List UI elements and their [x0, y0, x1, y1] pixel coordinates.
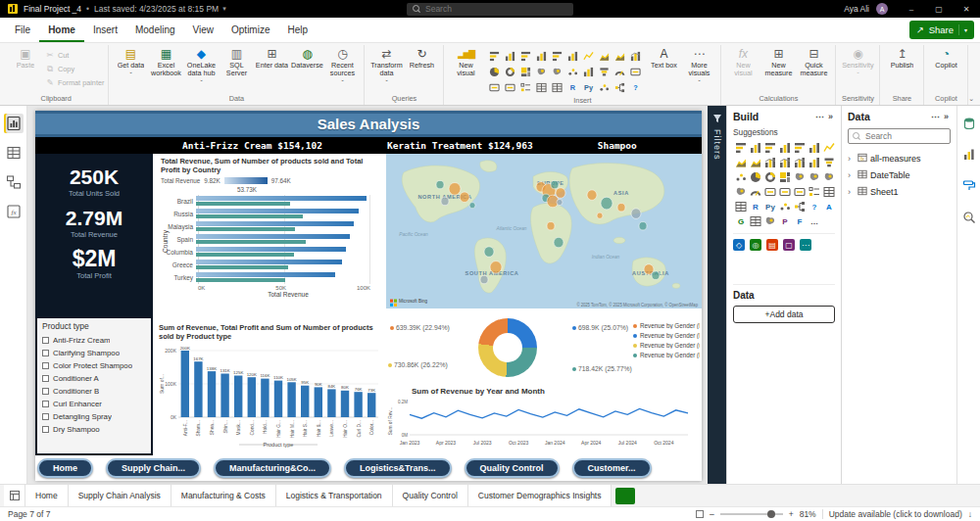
ribbon-button-onelake-data-hub[interactable]: ◆OneLake data hub⌄ [183, 45, 219, 82]
ribbon-chart-icon[interactable] [792, 155, 807, 169]
decomposition-tree-icon[interactable] [792, 199, 807, 213]
ribbon-button-publish[interactable]: ↥Publish [884, 45, 919, 70]
matrix-icon[interactable] [733, 199, 748, 213]
map-bubble[interactable] [551, 180, 559, 188]
dashboard-nav-quality-control[interactable]: Quality Control [465, 458, 560, 478]
menu-file[interactable]: File [6, 18, 39, 42]
ribbon-button-copilot[interactable]: ◔Copilot [928, 45, 963, 70]
map-bubble[interactable] [460, 192, 469, 203]
build-more-icon[interactable]: ⋯ [813, 112, 826, 121]
map-bubble[interactable] [639, 222, 647, 230]
power-apps-icon[interactable]: ▢ [783, 239, 795, 251]
product-bar[interactable] [274, 381, 282, 417]
scatter-chart-icon[interactable] [564, 64, 580, 79]
map-icon[interactable] [533, 64, 549, 79]
product-bar[interactable] [315, 387, 322, 417]
page-tab-customer-demographics-insights[interactable]: Customer Demographics Insights [468, 485, 612, 506]
report-canvas[interactable]: Sales Analysis Anti-Frizz Cream $154,102… [27, 106, 708, 484]
map-bubble[interactable] [601, 197, 612, 210]
dashboard-nav-home[interactable]: Home [37, 458, 93, 478]
treemap-icon[interactable] [517, 64, 533, 79]
data-search-input[interactable] [865, 131, 944, 141]
stacked-column-chart-icon[interactable] [502, 48, 517, 64]
clustered-bar-chart-icon[interactable] [517, 48, 533, 64]
ribbon-button-recent-sources[interactable]: ◷Recent sources⌄ [324, 45, 360, 82]
stacked-bar-chart-icon[interactable] [486, 48, 502, 64]
product-bar[interactable] [368, 393, 375, 417]
slicer-item-dry-shampoo[interactable]: Dry Shampoo [42, 423, 146, 436]
table-icon[interactable] [533, 79, 549, 95]
data-more-icon[interactable]: ⋯ [929, 112, 942, 121]
data-pane-toggle-icon[interactable] [959, 114, 979, 133]
decomposition-tree-icon[interactable] [612, 79, 627, 95]
line-and-clustered-column-chart-icon[interactable] [777, 155, 792, 169]
products-column-chart[interactable]: Sum of Revenue, Total Profit and Sum of … [155, 320, 384, 451]
product-bar[interactable] [287, 382, 295, 417]
page-tab-manufacturing-costs[interactable]: Manufacturing & Costs [172, 485, 276, 506]
metrics-icon[interactable]: G [733, 213, 748, 228]
scatter-chart-icon[interactable] [733, 169, 748, 184]
menu-optimize[interactable]: Optimize [222, 18, 278, 42]
zoom-out-button[interactable]: – [710, 509, 714, 519]
pie-chart-icon[interactable] [486, 64, 502, 79]
country-row-malaysia[interactable]: Malaysia [161, 220, 370, 233]
line-and-column-chart-icon[interactable] [627, 48, 643, 64]
key-influencers-icon[interactable] [777, 199, 792, 213]
ribbon-button-transform-data[interactable]: ⇄Transform data⌄ [368, 45, 404, 82]
close-button[interactable]: ✕ [953, 0, 980, 18]
dashboard-nav-supply-chain[interactable]: Supply Chain... [106, 458, 201, 478]
dashboard-nav-manufacturing-co[interactable]: Manufacturing&Co... [214, 458, 331, 478]
report-view-icon[interactable] [4, 114, 24, 133]
azure-map-icon[interactable] [733, 184, 748, 199]
treemap-icon[interactable] [777, 169, 792, 184]
ribbon-collapse-icon[interactable]: ⌄ [968, 95, 974, 103]
ribbon-button-get-data[interactable]: ▤Get data⌄ [113, 45, 148, 74]
product-bar[interactable] [301, 386, 309, 417]
dax-query-view-icon[interactable]: fx [4, 202, 24, 221]
table-icon[interactable] [821, 184, 836, 199]
data-collapse-icon[interactable]: » [942, 112, 951, 121]
map-visual[interactable]: NORTH AMERICASOUTH AMERICAEUROPEASIAAUST… [386, 154, 702, 308]
dashboard-nav-customer[interactable]: Customer... [572, 458, 652, 478]
global-search[interactable] [407, 3, 573, 16]
add-data-button[interactable]: +Add data [733, 306, 835, 323]
100-stacked-column-chart-icon[interactable] [807, 140, 821, 155]
gauge-icon[interactable] [612, 64, 627, 79]
map-bubble[interactable] [436, 180, 444, 188]
arcgis-map-icon[interactable] [762, 213, 777, 228]
slicer-item-detangling-spray[interactable]: Detangling Spray [42, 410, 146, 423]
slicer-icon[interactable] [517, 79, 533, 95]
ribbon-button-excel-workbook[interactable]: ▦Excel workbook [148, 45, 183, 77]
zoom-in-button[interactable]: + [789, 509, 794, 519]
line-chart-icon[interactable] [580, 48, 596, 64]
minimize-button[interactable]: – [898, 0, 925, 18]
maximize-button[interactable]: ▢ [925, 0, 953, 18]
update-available-link[interactable]: Update available (click to download) [829, 509, 962, 519]
paginated-report-icon[interactable]: ▤ [766, 239, 778, 251]
revenue-line-chart[interactable]: Sum of Revenue by Year and Month 0M0.2MJ… [386, 385, 702, 451]
menu-view[interactable]: View [184, 18, 223, 42]
map-bubble[interactable] [484, 247, 494, 258]
area-chart-icon[interactable] [733, 155, 748, 169]
page-tab-home[interactable]: Home [25, 485, 69, 506]
menu-insert[interactable]: Insert [84, 18, 126, 42]
map-bubble[interactable] [631, 209, 641, 219]
r-script-visual-icon[interactable]: R [748, 199, 762, 213]
map-bubble[interactable] [652, 271, 660, 279]
more-visuals-icon[interactable]: … [807, 213, 821, 228]
build-collapse-icon[interactable]: » [826, 112, 835, 121]
map-bubble[interactable] [557, 199, 563, 205]
multi-row-card-icon[interactable] [486, 79, 502, 95]
clustered-column-chart-icon[interactable] [777, 140, 792, 155]
country-bar-chart[interactable]: Total Revenue, Sum of Number of products… [155, 154, 384, 318]
share-button[interactable]: ↗ Share ▾ [909, 21, 974, 39]
filled-map-icon[interactable] [549, 64, 564, 79]
python-visual-icon[interactable]: Py [762, 199, 777, 213]
add-page-button[interactable] [615, 488, 635, 504]
country-row-spain[interactable]: Spain [161, 233, 370, 246]
multi-row-card-icon[interactable] [777, 184, 792, 199]
map-bubble[interactable] [449, 182, 461, 195]
revenue-line-series[interactable] [410, 408, 688, 418]
map-bubble[interactable] [556, 188, 565, 199]
card-icon[interactable] [762, 184, 777, 199]
